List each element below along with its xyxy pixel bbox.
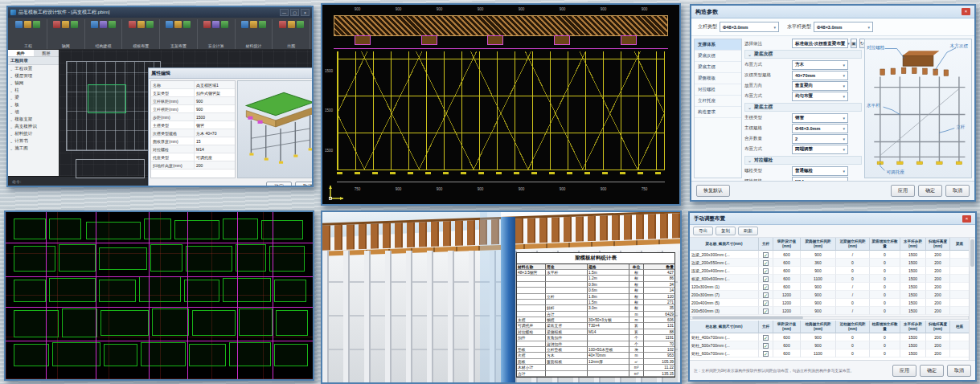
cell-extra-poles[interactable]: 0 bbox=[870, 251, 900, 259]
cell-pole-check[interactable]: ✓ bbox=[759, 275, 773, 283]
cell-design-spacing[interactable]: 600 bbox=[773, 251, 801, 259]
cell-design-spacing[interactable]: 1200 bbox=[773, 291, 801, 299]
table-header-cell[interactable]: 水平杆步距(mm) bbox=[900, 321, 926, 333]
group-header[interactable]: ⌄ 对拉螺栓 bbox=[744, 156, 862, 165]
cell-side-spacing[interactable]: 900 bbox=[801, 341, 836, 349]
ribbon-tool-icon[interactable] bbox=[71, 21, 78, 28]
checkbox-checked-icon[interactable]: ✓ bbox=[763, 308, 769, 314]
tree-item[interactable]: ⌄ 板 bbox=[8, 101, 59, 108]
window-control-button[interactable]: ▢ bbox=[290, 9, 299, 16]
cell-sweep-height[interactable]: 200 bbox=[926, 333, 950, 341]
ribbon-tool-icon[interactable] bbox=[15, 21, 23, 28]
cell-near-spacing[interactable]: / bbox=[836, 251, 870, 259]
cell-step-distance[interactable]: 1500 bbox=[900, 333, 926, 341]
horizontal-pole-type-select[interactable]: Φ48×3.0mm bbox=[814, 22, 873, 32]
category-item[interactable]: 梁侧模板 bbox=[695, 73, 741, 84]
cell-near-spacing[interactable]: 0 bbox=[836, 267, 870, 275]
ribbon-tool-icon[interactable] bbox=[137, 21, 145, 28]
cell-sweep-height[interactable]: 200 bbox=[926, 275, 950, 283]
vertical-pole-type-select[interactable]: Φ48×3.0mm bbox=[720, 22, 779, 32]
table-header-cell[interactable]: 柱两侧立杆间距(mm) bbox=[801, 321, 836, 333]
property-row[interactable]: 次楞类型规格 方木 40×70 bbox=[151, 129, 235, 137]
cell-pole-check[interactable]: ✓ bbox=[759, 299, 773, 307]
ribbon-tool-icon[interactable] bbox=[146, 21, 154, 28]
dialog-button[interactable]: 确定 bbox=[920, 365, 944, 377]
ribbon-tool-icon[interactable] bbox=[53, 21, 60, 28]
cell-step-distance[interactable]: 1500 bbox=[900, 259, 926, 267]
property-row[interactable]: 对拉螺栓 M14 bbox=[151, 145, 235, 153]
cell-pole-check[interactable]: ✓ bbox=[759, 267, 773, 275]
cell-extra-poles[interactable]: 0 bbox=[870, 299, 900, 307]
tree-item[interactable]: ⌄ 楼层管理 bbox=[8, 72, 59, 80]
tree-item[interactable]: ⌄ 工程设置 bbox=[8, 65, 59, 72]
window-control-button[interactable]: × bbox=[301, 9, 310, 16]
cell-sweep-height[interactable]: 200 bbox=[926, 291, 950, 299]
field-select[interactable]: Φ48×3.0mm bbox=[792, 124, 848, 133]
cell-sweep-height[interactable]: 200 bbox=[926, 283, 950, 291]
field-select[interactable]: 钢管 bbox=[792, 113, 848, 123]
checkbox-checked-icon[interactable]: ✓ bbox=[763, 260, 769, 266]
cell-design-spacing[interactable]: 600 bbox=[773, 283, 801, 291]
ribbon-tool-icon[interactable] bbox=[33, 21, 40, 28]
cell-extra-poles[interactable]: 0 bbox=[870, 275, 900, 283]
cad-elevation-view[interactable]: 900900900900900900900900 750900900900900… bbox=[321, 3, 681, 206]
property-row[interactable]: 面板厚度(mm) 15 bbox=[151, 137, 235, 145]
table-row[interactable]: 200x400mm (5) ✓ 1200 900 0 0 1500 200 bbox=[690, 299, 969, 307]
table-header-cell[interactable]: 近梁侧立杆间距(mm) bbox=[836, 238, 870, 251]
ribbon-tool-icon[interactable] bbox=[62, 21, 69, 28]
checkbox-checked-icon[interactable]: ✓ bbox=[763, 351, 769, 357]
cell-sweep-height[interactable]: 200 bbox=[926, 259, 950, 267]
cell-extra-poles[interactable]: 0 bbox=[870, 307, 900, 315]
cell-side-spacing[interactable]: 1100 bbox=[801, 349, 836, 357]
table-row[interactable]: 矩柱_400x700mm (... ✓ 600 900 0 0 1500 200 bbox=[690, 333, 969, 341]
cell-extra-poles[interactable]: 0 bbox=[870, 267, 900, 275]
cad-plan-view[interactable] bbox=[4, 210, 314, 381]
property-row[interactable]: 主楞类型 钢管 bbox=[151, 121, 235, 129]
property-row[interactable]: 支架类型 扣件式钢管架 bbox=[151, 89, 235, 97]
category-item[interactable]: 立杆托座 bbox=[695, 96, 741, 107]
close-icon[interactable]: × bbox=[962, 215, 971, 223]
table-header-cell[interactable]: 立杆 bbox=[759, 238, 773, 251]
dialog-title-bar[interactable]: 属性编辑 × bbox=[149, 68, 314, 79]
dialog-button[interactable]: 应用 bbox=[892, 365, 916, 377]
property-row[interactable]: 扫地杆高度(mm) 200 bbox=[151, 161, 235, 170]
table-header-cell[interactable]: 扫地杆高度(mm) bbox=[926, 238, 950, 251]
close-icon[interactable]: × bbox=[962, 8, 970, 15]
cell-design-spacing[interactable]: 600 bbox=[773, 333, 801, 341]
table-row[interactable]: 边梁_200x300mm (... ✓ 600 900 / 0 1500 200 bbox=[690, 251, 969, 259]
cell-design-spacing[interactable]: 600 bbox=[773, 259, 801, 267]
table-row[interactable]: 板梁_600x600mm (... ✓ 600 1100 0 0 1500 20… bbox=[690, 275, 969, 283]
cell-design-spacing[interactable]: 1200 bbox=[773, 299, 801, 307]
group-header[interactable]: ⌄ 梁底主楞 bbox=[744, 103, 862, 112]
table-row[interactable]: 200x300mm (7) ✓ 1200 900 / 0 1500 200 bbox=[690, 291, 969, 299]
table-row[interactable]: 200x500mm (3) ✓ 1200 900 / 0 1500 200 bbox=[690, 307, 969, 315]
cell-pole-check[interactable]: ✓ bbox=[759, 283, 773, 291]
cell-near-spacing[interactable]: 0 bbox=[836, 333, 870, 341]
preset-select[interactable]: 标准做法-次楞垂直梁布置 bbox=[792, 39, 848, 48]
cell-pole-check[interactable]: ✓ bbox=[759, 259, 773, 267]
ribbon-tool-icon[interactable] bbox=[91, 21, 98, 28]
checkbox-checked-icon[interactable]: ✓ bbox=[763, 300, 769, 306]
ribbon-tool-icon[interactable] bbox=[212, 21, 219, 28]
field-select[interactable]: 40×70mm bbox=[792, 71, 848, 80]
checkbox-checked-icon[interactable]: ✓ bbox=[763, 284, 769, 290]
cell-near-spacing[interactable]: 0 bbox=[836, 341, 870, 349]
table-row[interactable]: 连梁_200x400mm (... ✓ 600 900 0 0 1500 200 bbox=[690, 267, 969, 275]
ribbon-tool-icon[interactable] bbox=[241, 21, 248, 28]
category-item[interactable]: 梁底主楞 bbox=[695, 62, 741, 73]
group-header[interactable]: ⌄ 梁底次楞 bbox=[744, 50, 862, 59]
cell-extra-poles[interactable]: 0 bbox=[870, 349, 900, 357]
field-select[interactable]: 均匀布置 bbox=[792, 92, 848, 101]
cell-extra-poles[interactable]: 0 bbox=[870, 283, 900, 291]
table-header-cell[interactable]: 纵距设计值(mm) bbox=[773, 238, 801, 251]
ribbon-tool-icon[interactable] bbox=[24, 21, 31, 28]
checkbox-checked-icon[interactable]: ✓ bbox=[763, 292, 769, 298]
cell-extra-poles[interactable]: 0 bbox=[870, 259, 900, 267]
plan-canvas[interactable] bbox=[6, 212, 313, 379]
cell-pole-check[interactable]: ✓ bbox=[759, 307, 773, 315]
cell-extra-poles[interactable]: 0 bbox=[870, 291, 900, 299]
checkbox-checked-icon[interactable]: ✓ bbox=[763, 268, 769, 274]
field-select[interactable]: 方木 bbox=[792, 60, 848, 70]
ribbon-tool-icon[interactable] bbox=[203, 21, 211, 28]
cell-pole-check[interactable]: ✓ bbox=[759, 341, 773, 349]
